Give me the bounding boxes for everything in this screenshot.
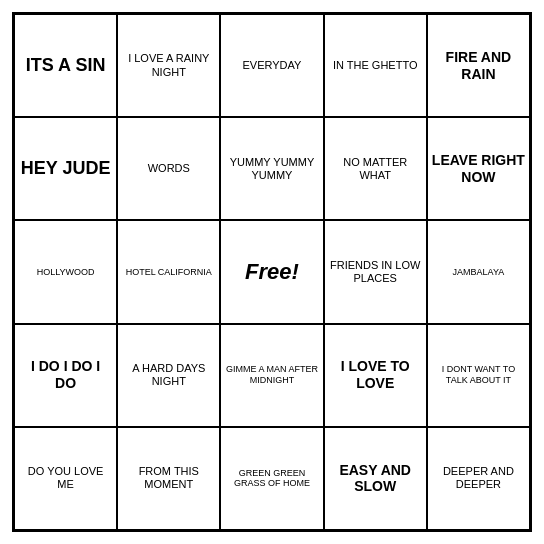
bingo-cell-r1c4: LEAVE RIGHT NOW: [427, 117, 530, 220]
bingo-cell-r4c1: FROM THIS MOMENT: [117, 427, 220, 530]
bingo-card: ITS A SINI LOVE A RAINY NIGHTEVERYDAYIN …: [12, 12, 532, 532]
bingo-cell-r4c2: GREEN GREEN GRASS OF HOME: [220, 427, 323, 530]
bingo-cell-r1c3: NO MATTER WHAT: [324, 117, 427, 220]
bingo-cell-r3c4: I DONT WANT TO TALK ABOUT IT: [427, 324, 530, 427]
bingo-cell-r1c2: YUMMY YUMMY YUMMY: [220, 117, 323, 220]
bingo-cell-r3c3: I LOVE TO LOVE: [324, 324, 427, 427]
bingo-cell-r0c3: IN THE GHETTO: [324, 14, 427, 117]
bingo-cell-r4c0: DO YOU LOVE ME: [14, 427, 117, 530]
bingo-cell-r0c1: I LOVE A RAINY NIGHT: [117, 14, 220, 117]
bingo-cell-r3c1: A HARD DAYS NIGHT: [117, 324, 220, 427]
bingo-cell-r1c0: HEY JUDE: [14, 117, 117, 220]
bingo-cell-r3c2: GIMME A MAN AFTER MIDNIGHT: [220, 324, 323, 427]
bingo-cell-r3c0: I DO I DO I DO: [14, 324, 117, 427]
bingo-cell-r4c4: DEEPER AND DEEPER: [427, 427, 530, 530]
bingo-cell-r2c2: Free!: [220, 220, 323, 323]
bingo-cell-r1c1: WORDS: [117, 117, 220, 220]
bingo-cell-r0c4: FIRE AND RAIN: [427, 14, 530, 117]
bingo-cell-r2c3: FRIENDS IN LOW PLACES: [324, 220, 427, 323]
bingo-cell-r0c0: ITS A SIN: [14, 14, 117, 117]
bingo-cell-r2c4: JAMBALAYA: [427, 220, 530, 323]
bingo-cell-r2c1: HOTEL CALIFORNIA: [117, 220, 220, 323]
bingo-cell-r4c3: EASY AND SLOW: [324, 427, 427, 530]
bingo-cell-r0c2: EVERYDAY: [220, 14, 323, 117]
bingo-cell-r2c0: HOLLYWOOD: [14, 220, 117, 323]
